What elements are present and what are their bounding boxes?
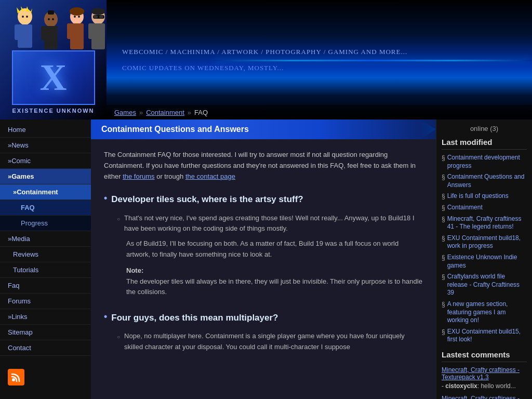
svg-point-23 xyxy=(78,16,80,18)
content-body: The Containment FAQ for those interested… xyxy=(91,147,436,376)
breadcrumb: Games » Containment » FAQ xyxy=(107,105,532,119)
faq-answer-1: ○ That's not very nice, I've spend ages … xyxy=(117,213,423,298)
last-modified-link-5[interactable]: EXU Containment build18, work in progres… xyxy=(447,234,527,250)
bullet-inner-1a: ○ xyxy=(117,215,120,223)
section-symbol-6: § xyxy=(442,254,445,261)
online-status: online (3) xyxy=(442,125,527,132)
svg-rect-2 xyxy=(15,24,20,40)
rss-area xyxy=(0,361,91,393)
logo-x-box: X xyxy=(12,50,95,105)
section-symbol-1: § xyxy=(442,174,445,181)
svg-rect-26 xyxy=(88,23,94,39)
breadcrumb-sep1: » xyxy=(139,109,143,116)
right-link-item: § EXU Containment build15, first look! xyxy=(442,328,527,344)
forums-link[interactable]: the forums xyxy=(123,172,154,180)
svg-point-15 xyxy=(52,18,54,20)
last-modified-link-3[interactable]: Containment xyxy=(447,204,483,212)
svg-marker-7 xyxy=(30,8,32,14)
breadcrumb-games[interactable]: Games xyxy=(114,109,136,116)
faq-answer-line-2a: ○ Nope, no multiplayer here. Containment… xyxy=(117,331,423,353)
breadcrumb-containment[interactable]: Containment xyxy=(146,109,184,116)
faq-answer-text-2a: Nope, no multiplayer here. Containment i… xyxy=(124,331,423,353)
nav-containment[interactable]: »Containment xyxy=(0,184,91,200)
faq-question-text-1: Developer tiles suck, where is the artsy… xyxy=(111,192,303,206)
comment-block-0: Minecraft, Crafty craftiness - Texturepa… xyxy=(442,366,527,390)
nav-tutorials[interactable]: Tutorials xyxy=(0,262,91,278)
nav-sitemap[interactable]: Sitemap xyxy=(0,325,91,340)
faq-question-2: • Four guys, does this mean multiplayer? xyxy=(104,311,423,325)
comment-block-1: Minecraft, Crafty craftiness - Texturepa… xyxy=(442,395,527,399)
rss-icon[interactable] xyxy=(8,369,24,385)
nav-faq[interactable]: FAQ xyxy=(0,200,91,216)
faq-question-1: • Developer tiles suck, where is the art… xyxy=(104,192,423,206)
svg-point-22 xyxy=(74,16,76,18)
faq-item-2: • Four guys, does this mean multiplayer?… xyxy=(104,311,423,353)
last-modified-link-8[interactable]: A new games section, featuring games I a… xyxy=(447,300,527,325)
last-modified-title: Last modified xyxy=(442,138,527,150)
nav-home[interactable]: Home xyxy=(0,122,91,138)
last-modified-link-4[interactable]: Minecraft, Crafty craftiness 41 - The le… xyxy=(447,215,527,231)
comment-post-link-0[interactable]: Minecraft, Crafty craftiness - Texturepa… xyxy=(442,366,527,381)
faq-answer-text-1a: That's not very nice, I've spend ages cr… xyxy=(124,213,423,235)
contact-link[interactable]: the contact page xyxy=(185,172,235,180)
note-label: Note: xyxy=(126,267,143,274)
nav-progress[interactable]: Progress xyxy=(0,216,91,231)
last-modified-link-2[interactable]: Life is full of questions xyxy=(447,192,509,201)
svg-rect-19 xyxy=(67,23,72,39)
faq-answer-para-1b: As of Build19, I'll be focusing on both.… xyxy=(126,238,423,260)
main-content: Containment Questions and Answers The Co… xyxy=(91,119,436,399)
section-symbol-0: § xyxy=(442,154,445,162)
last-modified-link-9[interactable]: EXU Containment build15, first look! xyxy=(447,328,527,344)
section-symbol-4: § xyxy=(442,216,445,223)
right-sidebar: online (3) Last modified § Containment d… xyxy=(436,119,532,399)
header-tagline: Webcomic / Machinima / Artwork / Photogr… xyxy=(122,48,532,56)
nav-comic[interactable]: »Comic xyxy=(0,153,91,169)
site-name: Existence Unknown xyxy=(12,108,94,114)
header-update: Comic updates on Wednesday, Mostly... xyxy=(122,64,532,72)
faq-item-1: • Developer tiles suck, where is the art… xyxy=(104,192,423,298)
nav-contact[interactable]: Contact xyxy=(0,340,91,356)
right-link-item: § Containment Questions and Answers xyxy=(442,173,527,189)
svg-point-0 xyxy=(18,8,32,25)
content-intro: The Containment FAQ for those interested… xyxy=(104,150,423,182)
last-modified-links: § Containment development progress § Con… xyxy=(442,154,527,344)
svg-point-21 xyxy=(70,7,84,16)
svg-point-8 xyxy=(22,16,24,18)
svg-point-31 xyxy=(91,8,105,15)
nav-forums[interactable]: Forums xyxy=(0,294,91,309)
right-link-item: § Existence Unknown Indie games xyxy=(442,254,527,270)
left-sidebar: Home »News »Comic »Games »Containment FA… xyxy=(0,119,91,399)
header-banner: Webcomic / Machinima / Artwork / Photogr… xyxy=(107,0,532,119)
svg-rect-3 xyxy=(27,24,32,40)
main-layout: Home »News »Comic »Games »Containment FA… xyxy=(0,119,532,399)
right-link-item: § Craftylands world file release - Craft… xyxy=(442,273,527,297)
faq-answer-2: ○ Nope, no multiplayer here. Containment… xyxy=(117,331,423,353)
breadcrumb-faq: FAQ xyxy=(194,109,208,116)
intro-mid: or trough xyxy=(156,172,183,180)
last-modified-link-6[interactable]: Existence Unknown Indie games xyxy=(447,254,527,270)
last-modified-link-0[interactable]: Containment development progress xyxy=(447,154,527,170)
bullet-outer-1: • xyxy=(104,192,107,204)
svg-rect-27 xyxy=(100,23,105,39)
comment-post-link-1[interactable]: Minecraft, Crafty craftiness - Texturepa… xyxy=(442,395,527,399)
section-symbol-9: § xyxy=(442,328,445,336)
site-header: X Existence Unknown Webcomic / Machinima… xyxy=(0,0,532,119)
latest-comments-title: Lastest comments xyxy=(442,350,527,362)
nav-links[interactable]: »Links xyxy=(0,309,91,325)
section-symbol-5: § xyxy=(442,235,445,242)
last-modified-link-7[interactable]: Craftylands world file release - Crafty … xyxy=(447,273,527,297)
nav-games[interactable]: »Games xyxy=(0,169,91,184)
nav-media[interactable]: »Media xyxy=(0,231,91,247)
logo-area: X Existence Unknown xyxy=(0,0,107,119)
content-header: Containment Questions and Answers xyxy=(91,119,436,139)
right-link-item: § Life is full of questions xyxy=(442,192,527,201)
right-link-item: § EXU Containment build18, work in progr… xyxy=(442,234,527,250)
svg-point-14 xyxy=(48,18,50,20)
logo-characters xyxy=(7,6,100,50)
section-symbol-7: § xyxy=(442,273,445,281)
right-link-item: § Minecraft, Crafty craftiness 41 - The … xyxy=(442,215,527,231)
nav-news[interactable]: »News xyxy=(0,138,91,153)
nav-reviews[interactable]: Reviews xyxy=(0,247,91,262)
nav-faq-main[interactable]: Faq xyxy=(0,278,91,294)
last-modified-link-1[interactable]: Containment Questions and Answers xyxy=(447,173,527,189)
